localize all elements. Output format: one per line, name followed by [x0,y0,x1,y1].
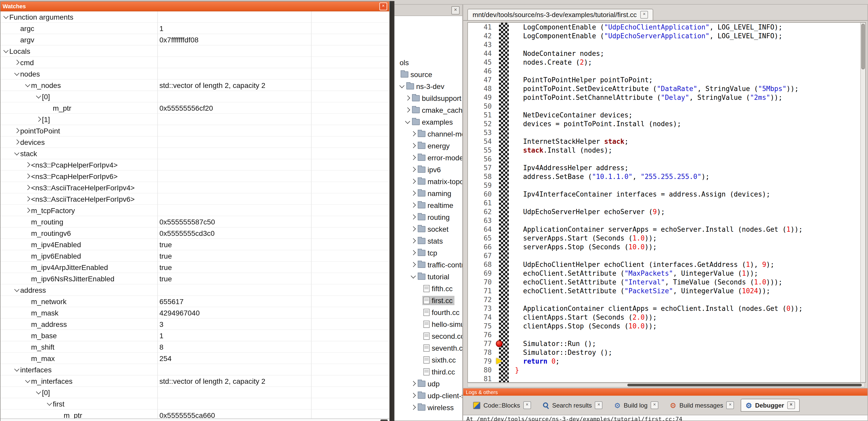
margin-cell[interactable] [499,67,509,75]
watch-row[interactable]: stack [1,148,389,159]
code-line[interactable]: 50 [468,102,860,111]
watch-row[interactable]: <ns3::AsciiTraceHelperForIpv6> [1,193,389,205]
expander-closed-icon[interactable] [13,129,20,132]
code-editor[interactable]: 41 LogComponentEnable ("UdpEchoClientApp… [467,22,866,383]
tree-item[interactable]: udp-client-ser [392,389,462,401]
margin-cell[interactable] [499,84,509,93]
watches-vertical-scrollbar[interactable] [390,1,394,421]
margin-cell[interactable] [499,225,509,234]
expander-open-icon[interactable] [35,391,42,394]
code-line[interactable]: 45 nodes.Create (2); [468,58,860,67]
tree-item[interactable]: fifth.cc [392,282,462,294]
code-line[interactable]: 58 address.SetBase ("10.1.1.0", "255.255… [468,172,860,181]
editor-tab-first-cc[interactable]: mnt/dev/tools/source/ns-3-dev/examples/t… [467,9,653,20]
margin-cell[interactable] [499,137,509,146]
code-line[interactable]: 55 stack.Install (nodes); [468,146,860,155]
code-line[interactable]: 71 echoClient.SetAttribute ("PacketSize"… [468,287,860,295]
code-line[interactable]: 78 Simulator::Destroy (); [468,348,860,357]
expander-closed-icon[interactable] [410,382,417,385]
tree-item[interactable]: routing [392,211,462,223]
code-line[interactable]: 69 echoClient.SetAttribute ("MaxPackets"… [468,269,860,278]
code-line[interactable]: 77 Simulator::Run (); [468,339,860,348]
tab-close-button[interactable]: × [595,401,603,409]
code-line[interactable]: 66 serverApps.Stop (Seconds (10.0)); [468,242,860,251]
editor-horizontal-scrollbar[interactable] [467,383,865,387]
logs-tab-build-messages[interactable]: ⚙Build messages× [665,399,739,412]
expander-closed-icon[interactable] [24,186,31,189]
tree-item[interactable]: seventh.cc [392,342,462,354]
tree-item[interactable]: realtime [392,199,462,211]
code-line[interactable]: 42 LogComponentEnable ("UdpEchoServerApp… [468,32,860,40]
margin-cell[interactable] [499,216,509,225]
margin-cell[interactable] [499,163,509,172]
tab-close-button[interactable]: × [523,401,531,409]
watch-row[interactable]: interfaces [1,364,389,376]
expander-open-icon[interactable] [13,368,20,371]
watch-row[interactable]: first [1,398,389,410]
tree-item[interactable]: examples [392,116,462,128]
expander-open-icon[interactable] [3,15,9,18]
watch-row[interactable]: address [1,285,389,296]
code-line[interactable]: 65 serverApps.Start (Seconds (1.0)); [468,234,860,242]
expander-closed-icon[interactable] [410,144,417,148]
code-line[interactable]: 70 echoClient.SetAttribute ("Interval", … [468,278,860,287]
tree-item[interactable]: naming [392,187,462,199]
expander-closed-icon[interactable] [410,132,417,135]
expander-closed-icon[interactable] [404,96,411,100]
margin-cell[interactable] [499,146,509,155]
code-line[interactable]: 75 clientApps.Stop (Seconds (10.0)); [468,322,860,330]
watch-row[interactable]: [0] [1,91,389,102]
code-line[interactable]: 41 LogComponentEnable ("UdpEchoClientApp… [468,23,860,32]
code-line[interactable]: 51 NetDeviceContainer devices; [468,111,860,120]
margin-cell[interactable] [499,287,509,295]
logs-tab-codeblocks[interactable]: Code::Blocks× [468,399,535,412]
margin-cell[interactable] [499,242,509,251]
watch-row[interactable]: m_address3 [1,319,389,330]
tree-item[interactable]: socket [392,223,462,235]
watch-row[interactable]: m_shift8 [1,342,389,353]
margin-cell[interactable] [499,23,509,32]
tree-item[interactable]: error-model [392,152,462,163]
watches-horizontal-scrollbar[interactable] [1,418,389,421]
vertical-scrollbar-thumb[interactable] [861,24,865,69]
code-line[interactable]: 44 NodeContainer nodes; [468,49,860,58]
code-line[interactable]: 76 [468,330,860,339]
tree-item[interactable]: traffic-contro [392,259,462,270]
margin-cell[interactable] [499,207,509,216]
expander-closed-icon[interactable] [24,197,31,201]
code-line[interactable]: 61 [468,199,860,207]
watch-row[interactable]: pointToPoint [1,125,389,136]
expander-closed-icon[interactable] [35,118,42,121]
tree-item[interactable]: third.cc [392,366,462,378]
tree-item[interactable]: fourth.cc [392,306,462,318]
expander-closed-icon[interactable] [410,406,417,409]
logs-tab-debugger[interactable]: ⚙Debugger× [741,399,800,412]
margin-cell[interactable] [499,348,509,357]
expander-open-icon[interactable] [3,50,9,52]
watch-row[interactable]: <ns3::PcapHelperForIpv6> [1,171,389,182]
code-line[interactable]: 53 [468,128,860,137]
tree-item[interactable]: stats [392,235,462,247]
expander-closed-icon[interactable] [410,191,417,195]
margin-cell[interactable] [499,260,509,269]
watch-row[interactable]: nodes [1,68,389,79]
expander-closed-icon[interactable] [410,239,417,242]
expander-closed-icon[interactable] [24,163,31,166]
watch-row[interactable]: argc1 [1,23,389,34]
margin-cell[interactable] [499,181,509,190]
margin-cell[interactable] [499,190,509,199]
margin-cell[interactable] [499,32,509,40]
tree-item[interactable]: buildsupport [392,92,462,104]
watch-row[interactable]: argv0x7fffffffdf08 [1,34,389,45]
margin-cell[interactable] [499,330,509,339]
expander-closed-icon[interactable] [13,61,20,64]
code-line[interactable]: 79 return 0; [468,357,860,366]
code-line[interactable]: 59 [468,181,860,190]
editor-tab-close-button[interactable]: × [640,11,648,19]
watch-row[interactable]: m_nodesstd::vector of length 2, capacity… [1,79,389,91]
code-line[interactable]: 67 [468,251,860,260]
watch-row[interactable]: cmd [1,57,389,68]
margin-cell[interactable] [499,75,509,84]
horizontal-scrollbar-thumb[interactable] [627,384,862,386]
code-line[interactable]: 48 pointToPoint.SetDeviceAttribute ("Dat… [468,84,860,93]
